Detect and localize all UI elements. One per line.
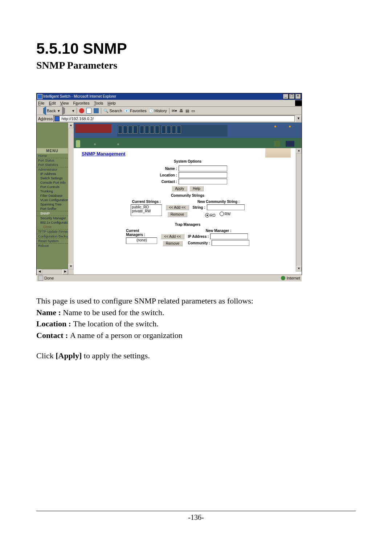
list-item[interactable]: private_RW bbox=[132, 209, 161, 213]
indicator-icon bbox=[94, 143, 96, 145]
menu-view[interactable]: View bbox=[60, 101, 69, 105]
port-panel bbox=[117, 125, 228, 137]
sidebar-scrollbar[interactable]: ▲ ▼ bbox=[68, 123, 74, 274]
search-button[interactable]: 🔍Search bbox=[103, 109, 122, 113]
menu-tools[interactable]: Tools bbox=[94, 101, 103, 105]
remove-community-button[interactable]: Remove bbox=[167, 212, 187, 217]
sidebar-item-port-sniffer[interactable]: Port Sniffer bbox=[37, 207, 68, 211]
address-input[interactable] bbox=[61, 116, 294, 121]
fan-icon bbox=[76, 140, 80, 147]
sidebar-item-cfg-backup[interactable]: Configuration Backup bbox=[37, 234, 68, 239]
current-strings-list[interactable]: public_RO private_RW bbox=[131, 204, 162, 216]
sidebar-item-8021x[interactable]: 802.1x Configuration bbox=[37, 220, 68, 225]
sidebar-item-vlan[interactable]: VLan Configuration bbox=[37, 198, 68, 202]
sidebar-item-trunking[interactable]: Trunking bbox=[37, 189, 68, 194]
back-button[interactable]: Back bbox=[38, 106, 56, 115]
zone-label: Internet bbox=[287, 276, 300, 280]
community-heading: Community Strings bbox=[76, 194, 299, 197]
home-icon[interactable] bbox=[94, 108, 99, 113]
scroll-down-icon[interactable]: ▼ bbox=[296, 266, 302, 272]
close-button[interactable]: ✕ bbox=[295, 94, 301, 99]
address-label: Address bbox=[38, 117, 53, 121]
sidebar-item-port-statistics[interactable]: Port Statistics bbox=[37, 163, 68, 167]
list-item[interactable]: public_RO bbox=[132, 205, 161, 209]
sidebar-item-switch-settings[interactable]: Switch Settings bbox=[37, 176, 68, 180]
forward-button[interactable] bbox=[62, 106, 70, 115]
trap-ip-input[interactable] bbox=[210, 233, 248, 239]
page-footer: -136- bbox=[0, 511, 392, 522]
product-logo bbox=[75, 124, 111, 133]
remove-manager-button[interactable]: Remove bbox=[163, 241, 183, 246]
led-icon bbox=[274, 126, 276, 127]
location-input[interactable] bbox=[179, 172, 227, 178]
sidebar-item-stp[interactable]: Spanning Tree bbox=[37, 202, 68, 207]
sidebar-item-port-controls[interactable]: Port Controls bbox=[37, 185, 68, 189]
sidebar-item-security[interactable]: Security Manager bbox=[37, 216, 68, 220]
sidebar: MENU Home Port Status Port Statistics Ad… bbox=[37, 123, 74, 274]
maximize-button[interactable]: ❐ bbox=[289, 94, 295, 99]
add-manager-button[interactable]: << Add << bbox=[161, 234, 184, 239]
apply-button[interactable]: Apply bbox=[172, 186, 187, 191]
trap-community-input[interactable] bbox=[212, 240, 249, 246]
minimize-button[interactable]: _ bbox=[283, 94, 289, 99]
content-scrollbar[interactable]: ▲ ▼ bbox=[296, 148, 302, 272]
sidebar-item-reboot[interactable]: Reboot bbox=[37, 244, 68, 248]
menu-edit[interactable]: Edit bbox=[49, 101, 56, 105]
name-label: Name : bbox=[148, 167, 177, 171]
section-number: 5.5.10 SNMP bbox=[36, 40, 356, 57]
contact-input[interactable] bbox=[179, 179, 227, 184]
menu-file[interactable]: File bbox=[38, 101, 45, 105]
sidebar-item-administrator[interactable]: Administrator bbox=[37, 167, 68, 172]
page-icon bbox=[54, 116, 60, 121]
decorative-image bbox=[265, 148, 291, 158]
menu-favorites[interactable]: Favorites bbox=[73, 101, 89, 105]
sidebar-item-port-status[interactable]: Port Status bbox=[37, 158, 68, 163]
sidebar-item-snmp[interactable]: SNMP bbox=[37, 211, 68, 216]
throbber-icon bbox=[295, 100, 302, 106]
rw-radio[interactable]: RW bbox=[220, 212, 230, 216]
section-subtitle: SNMP Parameters bbox=[36, 60, 356, 71]
sidebar-item-ip[interactable]: IP Address bbox=[37, 172, 68, 176]
scroll-down-icon[interactable]: ▼ bbox=[68, 264, 74, 269]
device-banner bbox=[74, 123, 302, 148]
trap-community-label: Community : bbox=[188, 241, 210, 245]
current-strings-label: Current Strings : bbox=[131, 200, 162, 204]
scroll-left-icon[interactable]: ◀ bbox=[37, 269, 42, 274]
window-title: Intelligent Switch - Microsoft Internet … bbox=[43, 94, 116, 98]
stop-icon[interactable] bbox=[79, 108, 84, 113]
history-button[interactable]: 🕓History bbox=[149, 109, 167, 113]
status-text: Done bbox=[44, 276, 54, 280]
trap-heading: Trap Managers bbox=[76, 223, 299, 227]
help-button[interactable]: Help bbox=[189, 186, 204, 191]
address-box[interactable] bbox=[53, 115, 295, 122]
trap-ip-label: IP Address : bbox=[188, 235, 209, 239]
sidebar-item-close[interactable]: Close bbox=[37, 225, 68, 229]
sidebar-item-home[interactable]: Home bbox=[37, 154, 68, 158]
discuss-icon[interactable]: ▭ bbox=[191, 109, 195, 113]
name-input[interactable] bbox=[179, 166, 227, 171]
sidebar-item-filter-db[interactable]: Filter Database bbox=[37, 194, 68, 198]
scroll-up-icon[interactable]: ▲ bbox=[68, 123, 74, 128]
add-community-button[interactable]: << Add << bbox=[166, 205, 189, 210]
new-manager-label: New Manager : bbox=[188, 229, 249, 233]
mail-icon[interactable]: ✉▾ bbox=[172, 109, 177, 113]
location-label: Location : bbox=[148, 173, 177, 177]
refresh-icon[interactable] bbox=[86, 108, 91, 114]
menu-heading: MENU bbox=[37, 148, 68, 154]
menu-help[interactable]: Help bbox=[107, 101, 116, 105]
string-input[interactable] bbox=[207, 204, 245, 210]
sidebar-hscroll[interactable]: ◀ ▶ bbox=[37, 269, 68, 274]
sidebar-item-tftp[interactable]: TFTP Update Firmwa bbox=[37, 229, 68, 234]
status-icon bbox=[38, 276, 43, 281]
address-dropdown[interactable]: ▼ bbox=[295, 115, 302, 122]
print-icon[interactable]: 🖶 bbox=[179, 109, 183, 113]
ro-radio[interactable]: RO bbox=[205, 213, 216, 217]
scroll-up-icon[interactable]: ▲ bbox=[296, 148, 302, 154]
sidebar-item-reset[interactable]: Reset System bbox=[37, 239, 68, 244]
scroll-right-icon[interactable]: ▶ bbox=[62, 269, 68, 274]
current-managers-list[interactable]: (none) bbox=[126, 237, 157, 244]
edit-icon[interactable]: ▤ bbox=[185, 109, 189, 113]
favorites-button[interactable]: 📧Favorites bbox=[124, 109, 146, 113]
body-text: This page is used to configure SNMP rela… bbox=[36, 296, 356, 361]
sidebar-item-console-port[interactable]: Console Port Info bbox=[37, 180, 68, 185]
